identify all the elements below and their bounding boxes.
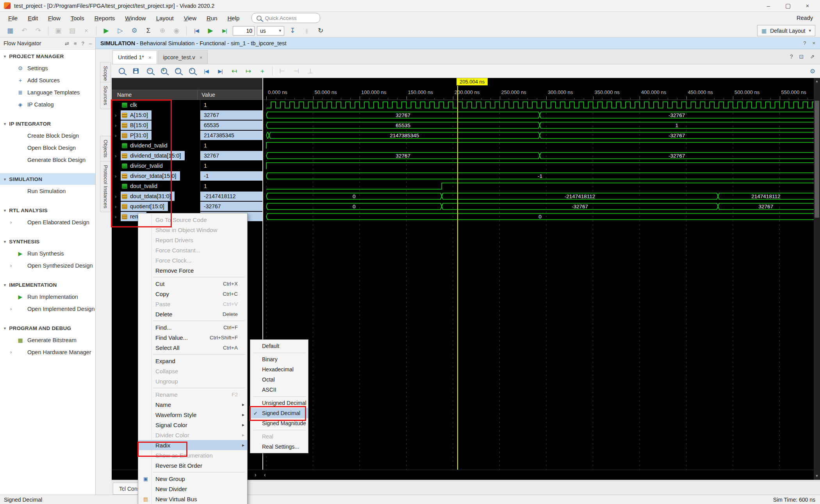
menu-item-remove-force[interactable]: Remove Force xyxy=(138,265,247,275)
zoom-in-icon[interactable] xyxy=(158,66,170,76)
expand-arrow-icon[interactable]: › xyxy=(115,153,121,159)
simulation-time-input[interactable] xyxy=(233,26,255,35)
flow-item-open-block-design[interactable]: Open Block Design xyxy=(0,142,95,154)
tab-ipcore-test-v[interactable]: ipcore_test.v× xyxy=(158,50,208,64)
minimize-button[interactable]: – xyxy=(765,2,772,9)
menu-flow[interactable]: Flow xyxy=(43,13,66,23)
tab-untitled-1[interactable]: Untitled 1*× xyxy=(112,50,157,64)
signal-row-dout-tdata-31-0[interactable]: ›dout_tdata[31:0]-2147418112 xyxy=(112,191,263,201)
flow-item-create-block-design[interactable]: Create Block Design xyxy=(0,130,95,142)
vertical-scrollbar[interactable]: ▲ ▼ xyxy=(814,78,820,480)
time-cursor-line[interactable] xyxy=(457,86,458,470)
flow-item-run-implementation[interactable]: ▶Run Implementation xyxy=(0,291,95,303)
flow-item-generate-block-design[interactable]: Generate Block Design xyxy=(0,154,95,166)
radix-option-octal[interactable]: Octal xyxy=(250,374,308,385)
delete-icon[interactable]: × xyxy=(80,25,92,36)
layout-window-icon[interactable]: ▦ xyxy=(4,25,16,36)
signal-row-a-15-0[interactable]: ›A[15:0]32767 xyxy=(112,110,263,120)
radix-option-signed-decimal[interactable]: ✓Signed Decimal xyxy=(250,408,308,418)
expand-arrow-icon[interactable]: › xyxy=(115,214,121,220)
menu-item-expand[interactable]: Expand xyxy=(138,356,247,366)
copy-icon[interactable]: ▣ xyxy=(52,25,64,36)
expand-arrow-icon[interactable]: › xyxy=(115,173,121,179)
time-unit-select[interactable]: us▾ xyxy=(257,26,284,35)
menu-file[interactable]: File xyxy=(3,13,23,23)
flow-item-generate-bitstream[interactable]: ▦Generate Bitstream xyxy=(0,334,95,346)
signal-row-p-31-0[interactable]: ›P[31:0]2147385345 xyxy=(112,130,263,140)
time-unit-select[interactable]: us▾ xyxy=(257,25,284,36)
menu-run[interactable]: Run xyxy=(201,13,223,23)
zoom-out-icon[interactable] xyxy=(144,66,156,76)
timeline-ruler[interactable]: 0.000 ns50.000 ns100.000 ns150.000 ns200… xyxy=(263,78,814,100)
menu-view[interactable]: View xyxy=(179,13,201,23)
close-tab-icon[interactable]: × xyxy=(148,55,152,60)
expand-chevron-icon[interactable]: › xyxy=(10,306,12,312)
step-over-icon[interactable]: ▷ xyxy=(114,25,126,36)
next-transition-icon[interactable]: ↦ xyxy=(242,66,254,76)
expand-left-icon[interactable]: ‹ xyxy=(264,472,266,478)
maximize-panel-icon[interactable]: ⇗ xyxy=(810,53,815,60)
float-window-icon[interactable]: ⊡ xyxy=(799,53,804,60)
menu-item-new-divider[interactable]: New Divider xyxy=(138,484,247,494)
paste-icon[interactable]: ▤ xyxy=(66,25,78,36)
quick-access-search[interactable]: Quick Access xyxy=(251,13,320,23)
menu-item-find-value[interactable]: Find Value...Ctrl+Shift+F xyxy=(138,332,247,343)
scroll-down-icon[interactable]: ▼ xyxy=(814,474,820,478)
radix-option-ascii[interactable]: ASCII xyxy=(250,385,308,395)
menu-item-new-group[interactable]: ▣New Group xyxy=(138,474,247,484)
flow-section-header-synthesis[interactable]: ▾SYNTHESIS xyxy=(0,236,95,247)
flow-section-header-program-and-debug[interactable]: ▾PROGRAM AND DEBUG xyxy=(0,322,95,334)
menu-item-name[interactable]: Name▸ xyxy=(138,399,247,410)
marker-previous-icon[interactable]: ⊣ xyxy=(291,66,302,76)
go-to-time-end-icon[interactable]: ▶| xyxy=(214,66,226,76)
menu-layout[interactable]: Layout xyxy=(151,13,179,23)
flow-item-run-simulation[interactable]: Run Simulation xyxy=(0,185,95,197)
help-icon[interactable]: ? xyxy=(803,40,806,46)
expand-arrow-icon[interactable]: › xyxy=(115,133,121,138)
save-waveform-icon[interactable] xyxy=(130,66,142,76)
run-for-time-icon[interactable]: ▶| xyxy=(219,25,230,36)
menu-item-new-virtual-bus[interactable]: ▤New Virtual Bus xyxy=(138,494,247,504)
menu-item-find[interactable]: Find...Ctrl+F xyxy=(138,322,247,332)
menu-item-radix[interactable]: Radix▸ xyxy=(138,440,247,450)
radix-option-real-settings[interactable]: Real Settings... xyxy=(250,442,308,452)
simulation-time-input[interactable] xyxy=(233,25,255,36)
expand-arrow-icon[interactable]: › xyxy=(115,193,121,199)
signal-row-divisor-tvalid[interactable]: divisor_tvalid1 xyxy=(112,161,263,171)
radix-option-signed-magnitude[interactable]: Signed Magnitude xyxy=(250,418,308,428)
expand-arrow-icon[interactable]: › xyxy=(115,112,121,118)
restart-simulation-icon[interactable]: |◀ xyxy=(191,25,202,36)
signal-row-dividend-tvalid[interactable]: dividend_tvalid1 xyxy=(112,140,263,151)
expand-arrow-icon[interactable]: › xyxy=(115,122,121,128)
radix-option-unsigned-decimal[interactable]: Unsigned Decimal xyxy=(250,398,308,408)
menu-item-signal-color[interactable]: Signal Color▸ xyxy=(138,420,247,430)
side-tab-objects[interactable]: Objects xyxy=(100,136,111,161)
menu-item-waveform-style[interactable]: Waveform Style▸ xyxy=(138,410,247,420)
scroll-up-icon[interactable]: ▲ xyxy=(814,79,820,83)
layout-selector[interactable]: ▦ Default Layout ▾ xyxy=(757,25,815,36)
previous-transition-icon[interactable]: ↤ xyxy=(228,66,240,76)
add-marker-icon[interactable]: + xyxy=(257,66,268,76)
expand-chevron-icon[interactable]: › xyxy=(10,219,12,225)
side-tab-sources[interactable]: Sources xyxy=(100,82,111,109)
zoom-fit-icon[interactable] xyxy=(172,66,184,76)
scrollbar-thumb[interactable] xyxy=(815,101,819,218)
menu-item-copy[interactable]: CopyCtrl+C xyxy=(138,289,247,299)
help-icon[interactable]: ? xyxy=(790,53,793,60)
flow-item-run-synthesis[interactable]: ▶Run Synthesis xyxy=(0,247,95,259)
name-column-header[interactable]: Name xyxy=(112,90,198,99)
menu-edit[interactable]: Edit xyxy=(23,13,43,23)
radix-option-binary[interactable]: Binary xyxy=(250,354,308,364)
close-button[interactable]: × xyxy=(804,2,811,9)
step-simulation-icon[interactable]: ↧ xyxy=(287,25,298,36)
flow-section-header-project-manager[interactable]: ▾PROJECT MANAGER xyxy=(0,50,95,62)
close-icon[interactable]: × xyxy=(812,40,815,46)
flow-item-open-implemented-design[interactable]: ›Open Implemented Design xyxy=(0,303,95,315)
waveform-canvas[interactable]: 32767-327676553512147385345-3276732767-3… xyxy=(263,100,814,470)
menu-icon[interactable]: ≡ xyxy=(74,41,77,46)
menu-item-cut[interactable]: CutCtrl+X xyxy=(138,279,247,289)
collapse-icon[interactable]: – xyxy=(89,41,92,46)
marker-next-icon[interactable]: ⊥ xyxy=(305,66,316,76)
signal-row-b-15-0[interactable]: ›B[15:0]65535 xyxy=(112,120,263,130)
swap-cursor-icon[interactable]: ⊢ xyxy=(276,66,288,76)
